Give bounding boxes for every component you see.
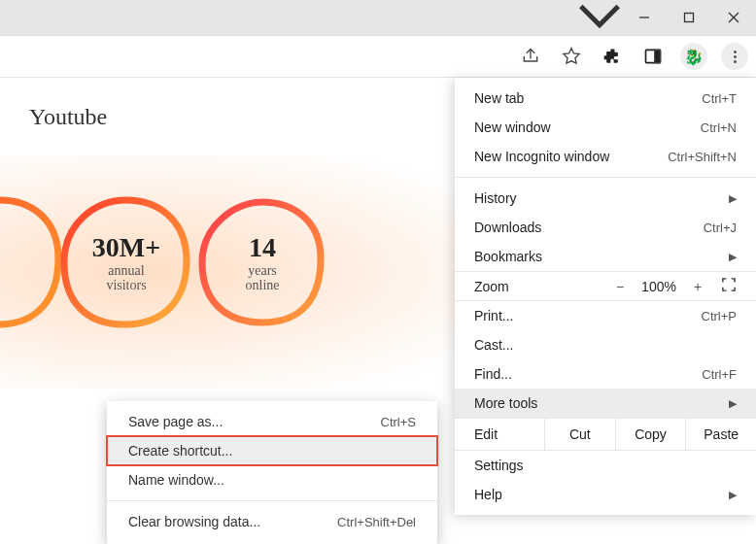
page-brand[interactable]: Youtube [29,104,107,130]
submenu-shortcut: Ctrl+Shift+Del [337,515,416,529]
menu-shortcut: Ctrl+Shift+N [668,150,737,164]
blob-outline-icon [194,194,330,330]
edit-copy-button[interactable]: Copy [615,419,686,450]
menu-label: New window [474,119,551,135]
menu-zoom-row: Zoom − 100% + [455,271,756,301]
menu-shortcut: Ctrl+N [701,120,737,135]
menu-label: More tools [474,395,537,411]
submenu-name-window[interactable]: Name window... [107,465,437,494]
submenu-label: Clear browsing data... [128,514,260,529]
submenu-label: Name window... [128,472,224,488]
menu-shortcut: Ctrl+F [702,367,737,382]
panel-icon [643,47,663,66]
tab-dropdown-button[interactable] [577,0,622,35]
zoom-percent: 100% [636,279,682,294]
menu-label: History [474,190,517,206]
submenu-clear-data[interactable]: Clear browsing data... Ctrl+Shift+Del [107,507,437,536]
menu-label: New tab [474,90,524,106]
menu-label: Settings [474,458,524,473]
menu-label: Print... [474,308,513,323]
chevron-right-icon: ▶ [729,251,737,263]
chevron-right-icon: ▶ [729,489,737,501]
zoom-in-button[interactable]: + [682,279,713,294]
window-close-button[interactable] [711,0,756,35]
menu-label: Cast... [474,337,513,353]
svg-rect-1 [685,14,694,22]
edit-paste-button[interactable]: Paste [685,419,756,450]
share-icon [521,47,540,66]
chrome-menu-button[interactable] [721,43,748,70]
zoom-out-button[interactable]: − [604,279,636,294]
menu-new-tab[interactable]: New tab Ctrl+T [455,84,756,113]
fullscreen-button[interactable] [713,278,744,294]
submenu-create-shortcut[interactable]: Create shortcut... [107,436,437,465]
menu-help[interactable]: Help ▶ [455,480,756,509]
window-maximize-button[interactable] [667,0,711,35]
browser-toolbar: 🐉 [0,35,756,78]
menu-shortcut: Ctrl+T [702,91,737,106]
submenu-shortcut: Ctrl+S [381,415,416,429]
menu-bookmarks[interactable]: Bookmarks ▶ [455,242,756,271]
star-icon [562,47,581,66]
menu-edit-row: Edit Cut Copy Paste [455,418,756,451]
menu-shortcut: Ctrl+P [702,309,737,323]
dragon-icon: 🐉 [684,48,704,66]
menu-label: Downloads [474,220,541,235]
sidepanel-button[interactable] [639,43,667,70]
minimize-icon [638,12,650,23]
close-icon [728,12,739,23]
menu-history[interactable]: History ▶ [455,184,756,213]
menu-cast[interactable]: Cast... [455,330,756,359]
edit-label: Edit [455,419,544,450]
puzzle-icon [602,47,622,66]
stat-blob-2: 14 yearsonline [194,194,330,330]
menu-new-incognito[interactable]: New Incognito window Ctrl+Shift+N [455,142,756,171]
menu-downloads[interactable]: Downloads Ctrl+J [455,213,756,242]
chevron-right-icon: ▶ [729,192,737,205]
menu-new-window[interactable]: New window Ctrl+N [455,113,756,142]
chrome-main-menu: New tab Ctrl+T New window Ctrl+N New Inc… [455,78,756,515]
more-tools-submenu: Save page as... Ctrl+S Create shortcut..… [107,401,437,544]
maximize-icon [683,12,695,23]
menu-print[interactable]: Print... Ctrl+P [455,301,756,330]
bookmark-button[interactable] [558,43,585,70]
menu-label: Help [474,487,502,502]
window-titlebar [0,0,756,35]
window-minimize-button[interactable] [622,0,667,35]
menu-shortcut: Ctrl+J [704,221,737,235]
menu-label: New Incognito window [474,149,609,164]
chevron-right-icon: ▶ [729,397,737,410]
menu-settings[interactable]: Settings [455,451,756,480]
menu-find[interactable]: Find... Ctrl+F [455,359,756,389]
extensions-button[interactable] [599,43,626,70]
edit-cut-button[interactable]: Cut [544,419,615,450]
extension-dragon-button[interactable]: 🐉 [680,43,707,70]
chevron-down-icon [577,0,622,40]
share-button[interactable] [517,43,544,70]
blob-outline-icon [58,194,194,330]
svg-rect-3 [655,50,661,62]
menu-label: Bookmarks [474,249,542,264]
submenu-label: Save page as... [128,414,223,429]
menu-separator [455,177,756,178]
submenu-separator [107,500,437,501]
submenu-save-page[interactable]: Save page as... Ctrl+S [107,407,437,436]
menu-more-tools[interactable]: More tools ▶ [455,389,756,418]
menu-label: Find... [474,366,512,382]
fullscreen-icon [722,278,736,291]
stat-blob-1: 30M+ annualvisitors [58,194,194,330]
submenu-label: Create shortcut... [128,443,232,459]
zoom-label: Zoom [474,279,604,294]
